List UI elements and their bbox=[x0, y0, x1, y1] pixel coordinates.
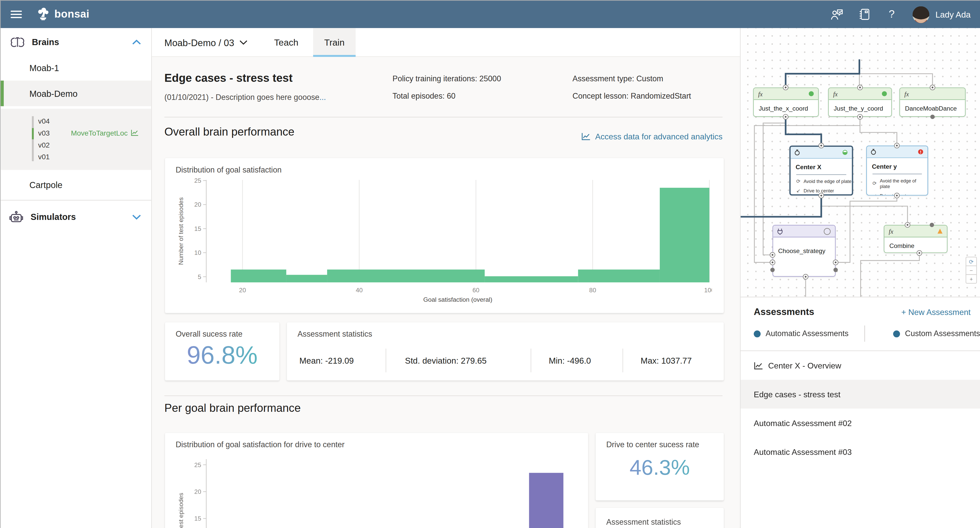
goal-item: ⟳Avoid the edge of plate bbox=[791, 179, 852, 184]
assessments-panel: Assessments + New Assessment Automatic A… bbox=[741, 297, 980, 528]
avatar[interactable] bbox=[912, 6, 929, 23]
svg-text:80: 80 bbox=[589, 287, 596, 293]
stat-max: Max: 1037.77 bbox=[622, 349, 722, 372]
chart-title: Distribution of goal satisfaction bbox=[165, 158, 724, 174]
wire bbox=[860, 117, 897, 146]
chevron-up-icon[interactable] bbox=[132, 39, 141, 44]
version-item-v01[interactable]: v01 bbox=[0, 151, 151, 163]
chevron-down-icon[interactable] bbox=[132, 214, 141, 220]
sidebar-moab-demo-label: Moab-Demo bbox=[29, 89, 78, 98]
node-dance-moab-dance[interactable]: fx DanceMoabDance bbox=[899, 87, 966, 117]
filter-label: Custom Assessments bbox=[905, 329, 980, 338]
stats-title: Assessment statistics bbox=[595, 508, 724, 527]
top-bar: bonsai ? Lady Ada bbox=[0, 0, 980, 28]
version-item-v02[interactable]: v02 bbox=[0, 139, 151, 151]
concept-link[interactable]: MoveToTargetLoc bbox=[71, 129, 139, 136]
notebook-icon[interactable] bbox=[858, 7, 871, 21]
sidebar-section-simulators[interactable]: Simulators bbox=[0, 201, 151, 233]
line-chart-icon bbox=[581, 133, 591, 141]
zoom-out-button[interactable]: − bbox=[966, 266, 977, 275]
feedback-icon[interactable] bbox=[830, 7, 843, 21]
svg-text:Number of test episodes: Number of test episodes bbox=[177, 197, 185, 265]
svg-text:25: 25 bbox=[194, 461, 201, 468]
sidebar-item-moab-1[interactable]: Moab-1 bbox=[0, 55, 151, 81]
node-choose-strategy[interactable]: Choose_strategy bbox=[773, 225, 836, 277]
assessment-item-center-x-overview[interactable]: Center X - Overview bbox=[741, 351, 980, 380]
wire bbox=[821, 195, 907, 225]
svg-text:Number of test episodes: Number of test episodes bbox=[177, 493, 185, 528]
account-menu[interactable]: Lady Ada bbox=[912, 6, 970, 23]
svg-text:40: 40 bbox=[356, 287, 363, 293]
brain-icon bbox=[10, 36, 26, 48]
function-icon: fx bbox=[758, 90, 763, 97]
tab-train[interactable]: Train bbox=[313, 28, 356, 57]
concept-icon bbox=[794, 149, 800, 156]
overall-chart-card: Distribution of goal satisfaction 510152… bbox=[165, 158, 724, 313]
sidebar-item-cartpole[interactable]: Cartpole bbox=[0, 170, 151, 200]
wire-selected bbox=[741, 195, 821, 217]
reset-zoom-button[interactable]: ⟳ bbox=[966, 257, 977, 266]
wire-selected bbox=[786, 59, 859, 87]
overall-stats-card: Assessment statistics Mean: -219.09 Std.… bbox=[287, 322, 724, 381]
node-label: Combine bbox=[885, 238, 947, 249]
divider bbox=[864, 325, 865, 342]
node-label: Just_the_y_coord bbox=[829, 100, 891, 112]
filter-custom-assessments[interactable]: Custom Assessments bbox=[893, 327, 980, 341]
node-label: Choose_strategy bbox=[773, 238, 835, 254]
zoom-in-button[interactable]: + bbox=[966, 274, 977, 284]
selector-plug-icon bbox=[777, 228, 783, 235]
help-icon[interactable]: ? bbox=[885, 7, 899, 21]
sidebar-item-moab-demo[interactable]: Moab-Demo bbox=[0, 81, 151, 106]
hamburger-menu-icon[interactable] bbox=[11, 11, 22, 18]
new-assessment-button[interactable]: + New Assessment bbox=[901, 307, 970, 317]
node-label: Just_the_x_coord bbox=[754, 100, 818, 112]
version-item-v03[interactable]: v03 MoveToTargetLoc bbox=[0, 127, 151, 139]
success-rate-label: Overall sucess rate bbox=[165, 322, 279, 339]
function-icon: fx bbox=[904, 90, 909, 97]
description-expand-link[interactable]: ... bbox=[320, 93, 326, 101]
node-center-y[interactable]: ! Center y ⟳Avoid the edge of plate ↙Dri… bbox=[866, 146, 928, 195]
node-center-x[interactable]: Center X ⟳Avoid the edge of plate ↙Drive… bbox=[789, 146, 853, 195]
node-just-the-x-coord[interactable]: fx Just_the_x_coord bbox=[753, 87, 819, 117]
divider bbox=[164, 395, 722, 396]
brain-version-selector[interactable]: Moab-Demo / 03 bbox=[164, 28, 247, 57]
assessment-item-label: Edge cases - stress test bbox=[754, 390, 840, 399]
stat-std-deviation: Std. deviation: 279.65 bbox=[386, 349, 531, 372]
sidebar-simulators-label: Simulators bbox=[30, 212, 76, 222]
success-rate-value: 46.3% bbox=[595, 455, 724, 480]
tab-bar: Moab-Demo / 03 Teach Train bbox=[152, 28, 740, 57]
assessment-type: Assessment type: Custom bbox=[573, 75, 663, 83]
bonsai-tree-icon bbox=[36, 7, 51, 22]
node-label: Center X bbox=[791, 159, 852, 171]
app-window: bonsai ? Lady Ada bbox=[0, 0, 980, 528]
function-icon: fx bbox=[833, 90, 838, 97]
policy-iterations: Policy training iterations: 25000 bbox=[393, 75, 501, 83]
tab-teach[interactable]: Teach bbox=[264, 28, 308, 57]
wire-selected bbox=[786, 117, 821, 146]
goal-item: ↙Drive to center bbox=[791, 188, 852, 193]
brain-graph-canvas[interactable]: fx Just_the_x_coord fx Just_the_y_coord … bbox=[741, 28, 980, 297]
advanced-analytics-link[interactable]: Access data for advanced analytics bbox=[581, 132, 722, 141]
node-just-the-y-coord[interactable]: fx Just_the_y_coord bbox=[828, 87, 892, 117]
filter-automatic-assessments[interactable]: Automatic Assessments bbox=[754, 327, 849, 341]
node-label: Center y bbox=[867, 158, 928, 170]
concept-link-label: MoveToTargetLoc bbox=[71, 129, 128, 136]
wire bbox=[861, 253, 920, 297]
assessment-filters: Automatic Assessments Custom Assessments bbox=[741, 327, 980, 341]
version-item-v04[interactable]: v04 bbox=[0, 115, 151, 127]
user-name: Lady Ada bbox=[935, 10, 970, 19]
sidebar-section-brains[interactable]: Brains bbox=[0, 28, 151, 55]
per-goal-stats-card: Assessment statistics bbox=[595, 508, 724, 528]
per-goal-heading: Per goal brain performance bbox=[164, 401, 301, 415]
filter-dot-icon bbox=[754, 330, 761, 337]
right-panel: fx Just_the_x_coord fx Just_the_y_coord … bbox=[740, 28, 980, 528]
assessment-item-edge-cases[interactable]: Edge cases - stress test bbox=[741, 380, 980, 409]
divider bbox=[164, 117, 722, 117]
assessment-item-automatic-03[interactable]: Automatic Assessment #03 bbox=[741, 437, 980, 466]
assessment-item-automatic-02[interactable]: Automatic Assessment #02 bbox=[741, 409, 980, 437]
train-view: Edge cases - stress test (01/10/2021) - … bbox=[152, 57, 740, 528]
concept-icon bbox=[871, 149, 876, 155]
line-chart-icon bbox=[754, 362, 763, 369]
node-combine[interactable]: fx Combine bbox=[884, 225, 947, 253]
divider bbox=[796, 174, 846, 175]
